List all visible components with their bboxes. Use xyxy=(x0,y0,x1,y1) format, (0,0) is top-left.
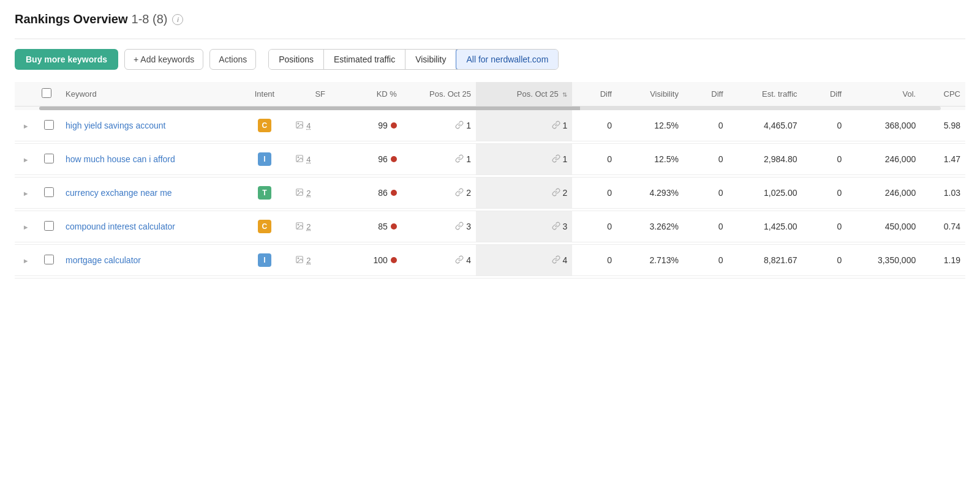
info-icon[interactable]: i xyxy=(172,14,183,25)
th-keyword[interactable]: Keyword xyxy=(61,82,239,107)
th-cpc[interactable]: CPC xyxy=(921,82,965,107)
add-keywords-button[interactable]: + Add keywords xyxy=(124,49,203,70)
row-checkbox-cell xyxy=(37,110,61,141)
cpc-cell: 0.74 xyxy=(921,211,965,242)
vol-value: 450,000 xyxy=(885,222,916,231)
th-pos1[interactable]: Pos. Oct 25 xyxy=(402,82,476,107)
kd-difficulty-dot xyxy=(391,257,397,263)
pos1-cell: 1 xyxy=(402,110,476,141)
tab-all-for[interactable]: All for nerdwallet.com xyxy=(456,49,559,70)
kd-difficulty-dot xyxy=(391,122,397,129)
vdiff-cell: 0 xyxy=(684,110,728,141)
svg-point-9 xyxy=(298,258,299,259)
pos2-cell: 3 xyxy=(476,211,572,242)
page-title: Rankings Overview xyxy=(15,12,128,26)
row-checkbox[interactable] xyxy=(44,120,54,130)
th-visibility[interactable]: Visibility xyxy=(617,82,684,107)
sf-number: 4 xyxy=(306,155,311,164)
kd-cell: 99 xyxy=(350,110,402,141)
sort-icon: ⇅ xyxy=(562,91,567,98)
diff-cell: 0 xyxy=(572,110,617,141)
image-icon xyxy=(295,188,304,198)
kd-value: 99 xyxy=(378,121,388,130)
select-all-checkbox[interactable] xyxy=(42,88,51,98)
sf-cell: 2 xyxy=(290,245,350,276)
row-expand-btn[interactable]: ► xyxy=(15,178,37,209)
table-body: ► high yield savings account C 4 99 xyxy=(15,110,965,279)
sf-number: 4 xyxy=(306,121,311,130)
row-checkbox[interactable] xyxy=(44,255,54,264)
intent-cell: I xyxy=(239,245,291,276)
actions-button[interactable]: Actions xyxy=(209,49,256,70)
keyword-cell: how much house can i afford xyxy=(61,144,239,175)
keyword-link[interactable]: currency exchange near me xyxy=(66,188,172,198)
row-expand-btn[interactable]: ► xyxy=(15,144,37,175)
buy-keywords-button[interactable]: Buy more keywords xyxy=(15,49,118,70)
cpc-value: 5.98 xyxy=(944,121,960,130)
cpc-value: 1.03 xyxy=(944,188,960,198)
cpc-cell: 1.19 xyxy=(921,245,965,276)
sf-cell: 4 xyxy=(290,110,350,141)
spacer-row xyxy=(15,276,965,279)
sf-number: 2 xyxy=(306,189,311,198)
visibility-cell: 12.5% xyxy=(617,110,684,141)
keyword-cell: high yield savings account xyxy=(61,110,239,141)
esttraffic-value: 8,821.67 xyxy=(764,255,797,265)
pos1-value: 1 xyxy=(466,121,471,130)
th-intent[interactable]: Intent xyxy=(239,82,291,107)
th-est-traffic[interactable]: Est. traffic xyxy=(728,82,802,107)
etdiff-value: 0 xyxy=(837,154,842,164)
pos1-content: 2 xyxy=(407,188,471,198)
pos2-content: 4 xyxy=(481,255,567,266)
tab-estimated-traffic[interactable]: Estimated traffic xyxy=(324,50,405,69)
vol-cell: 368,000 xyxy=(846,110,921,141)
vol-cell: 450,000 xyxy=(846,211,921,242)
diff-value: 0 xyxy=(607,222,612,231)
row-checkbox[interactable] xyxy=(44,154,54,163)
sf-content: 2 xyxy=(295,255,345,266)
vdiff-value: 0 xyxy=(718,154,723,164)
vdiff-value: 0 xyxy=(718,222,723,231)
image-icon xyxy=(295,255,304,266)
th-vdiff[interactable]: Diff xyxy=(684,82,728,107)
vol-value: 246,000 xyxy=(885,154,916,164)
th-sf[interactable]: SF xyxy=(290,82,350,107)
diff-value: 0 xyxy=(607,121,612,130)
pos1-cell: 3 xyxy=(402,211,476,242)
vol-value: 246,000 xyxy=(885,188,916,198)
table-row: ► compound interest calculator C 2 85 xyxy=(15,211,965,242)
visibility-cell: 2.713% xyxy=(617,245,684,276)
keyword-link[interactable]: mortgage calculator xyxy=(66,255,141,265)
th-vol[interactable]: Vol. xyxy=(846,82,921,107)
keyword-cell: compound interest calculator xyxy=(61,211,239,242)
row-expand-btn[interactable]: ► xyxy=(15,211,37,242)
vol-cell: 3,350,000 xyxy=(846,245,921,276)
page-header: Rankings Overview 1-8 (8) i xyxy=(15,12,965,26)
tab-positions[interactable]: Positions xyxy=(269,50,324,69)
th-etdiff[interactable]: Diff xyxy=(802,82,847,107)
svg-point-7 xyxy=(298,224,299,225)
th-kd[interactable]: KD % xyxy=(350,82,402,107)
kd-cell: 96 xyxy=(350,144,402,175)
visibility-value: 4.293% xyxy=(649,188,678,198)
intent-badge: C xyxy=(258,119,271,132)
diff-value: 0 xyxy=(607,154,612,164)
keyword-link[interactable]: how much house can i afford xyxy=(66,154,175,164)
pos1-content: 4 xyxy=(407,255,471,266)
th-diff[interactable]: Diff xyxy=(572,82,617,107)
th-pos2[interactable]: Pos. Oct 25 ⇅ xyxy=(476,82,572,107)
row-expand-btn[interactable]: ► xyxy=(15,245,37,276)
image-icon xyxy=(295,154,304,165)
row-checkbox[interactable] xyxy=(44,221,54,231)
row-expand-btn[interactable]: ► xyxy=(15,110,37,141)
keyword-link[interactable]: compound interest calculator xyxy=(66,222,175,231)
row-checkbox[interactable] xyxy=(44,187,54,197)
vol-value: 368,000 xyxy=(885,121,916,130)
row-checkbox-cell xyxy=(37,211,61,242)
kd-content: 100 xyxy=(355,255,397,265)
tab-visibility[interactable]: Visibility xyxy=(405,50,456,69)
pos2-value: 4 xyxy=(563,255,568,265)
sf-number: 2 xyxy=(306,256,311,265)
intent-badge: T xyxy=(258,186,271,200)
keyword-link[interactable]: high yield savings account xyxy=(66,121,165,130)
